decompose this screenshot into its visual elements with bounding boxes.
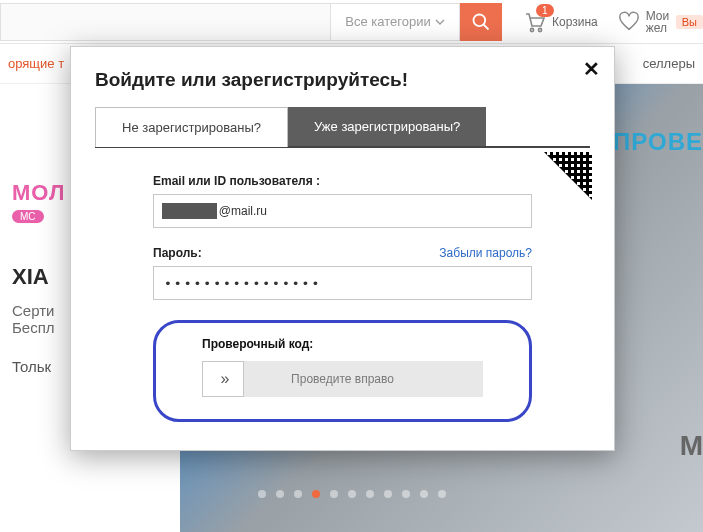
close-icon: ✕	[583, 58, 600, 80]
password-field[interactable]	[153, 266, 532, 300]
qr-icon	[544, 152, 592, 200]
tab-register[interactable]: Не зарегистрированы?	[95, 107, 288, 147]
email-domain-part: @mail.ru	[219, 204, 267, 218]
login-modal: ✕ Войдите или зарегистрируйтесь! Не заре…	[70, 46, 615, 451]
captcha-section: Проверочный код: Проведите вправо »	[153, 320, 532, 422]
tab-login[interactable]: Уже зарегистрированы?	[288, 107, 486, 146]
modal-overlay: ✕ Войдите или зарегистрируйтесь! Не заре…	[0, 0, 703, 532]
double-chevron-right-icon: »	[221, 370, 226, 388]
captcha-slider-track[interactable]: Проведите вправо »	[202, 361, 483, 397]
captcha-slider-hint: Проведите вправо	[291, 372, 394, 386]
email-field[interactable]: @mail.ru	[153, 194, 532, 228]
auth-tabs: Не зарегистрированы? Уже зарегистрирован…	[95, 107, 590, 148]
password-label: Пароль:	[153, 246, 202, 260]
modal-title: Войдите или зарегистрируйтесь!	[95, 69, 590, 91]
login-form: Email или ID пользователя : @mail.ru Пар…	[95, 148, 590, 422]
email-label: Email или ID пользователя :	[153, 174, 532, 188]
close-button[interactable]: ✕	[583, 59, 600, 79]
captcha-label: Проверочный код:	[202, 337, 483, 351]
qr-login-corner[interactable]	[544, 152, 592, 200]
forgot-password-link[interactable]: Забыли пароль?	[439, 246, 532, 260]
captcha-slider-handle[interactable]: »	[202, 361, 244, 397]
email-masked-part	[162, 203, 217, 219]
